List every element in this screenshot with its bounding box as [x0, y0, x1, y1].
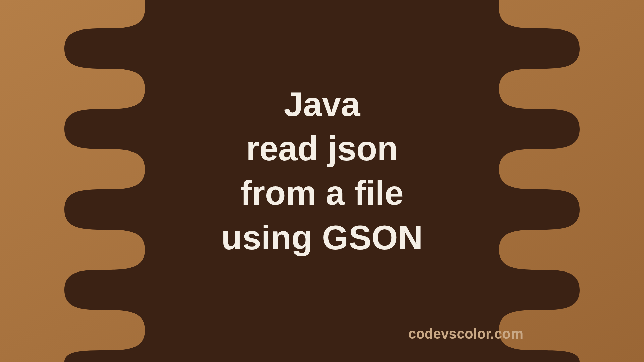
title-line-2: read json — [221, 126, 423, 171]
title-line-4: using GSON — [221, 216, 423, 260]
banner-canvas: Java read json from a file using GSON co… — [0, 0, 644, 362]
site-credit: codevscolor.com — [408, 326, 523, 342]
title-line-1: Java — [221, 82, 423, 127]
title-line-3: from a file — [221, 171, 423, 216]
title-block: Java read json from a file using GSON — [221, 82, 423, 260]
